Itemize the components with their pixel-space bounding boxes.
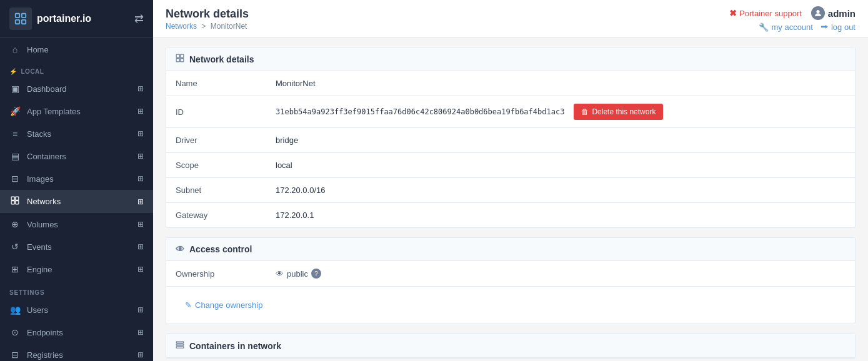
containers-icon: ▤ <box>9 151 21 161</box>
dashboard-nav-icon: ⊞ <box>137 84 144 93</box>
stacks-icon: ≡ <box>9 129 21 139</box>
help-icon[interactable]: ? <box>311 269 321 279</box>
sidebar-item-home[interactable]: ⌂ Home <box>0 38 153 61</box>
trash-icon: 🗑 <box>581 107 589 116</box>
endpoints-icon: ⊙ <box>9 327 21 337</box>
table-row: Gateway 172.20.0.1 <box>166 203 855 228</box>
local-icon: ⚡ <box>9 68 17 75</box>
breadcrumb: Networks > MonitorNet <box>166 22 249 31</box>
top-bar-links: ✖ Portainer support admin <box>729 6 856 20</box>
delete-network-button[interactable]: 🗑 Delete this network <box>574 104 663 120</box>
sidebar-switch-icon[interactable]: ⇄ <box>134 12 144 26</box>
images-nav-icon: ⊞ <box>137 174 144 183</box>
log-out-icon: ⮕ <box>821 22 829 32</box>
log-out-link[interactable]: ⮕ log out <box>821 22 856 32</box>
table-row: Name MonitorNet <box>166 71 855 96</box>
sidebar: portainer.io ⇄ ⌂ Home ⚡ LOCAL ▣ Dashboar… <box>0 0 153 361</box>
sidebar-item-label-dashboard: Dashboard <box>27 84 67 94</box>
table-row: Subnet 172.20.0.0/16 <box>166 178 855 203</box>
network-details-panel-title: Network details <box>189 54 254 64</box>
svg-rect-15 <box>176 347 184 348</box>
table-row: Driver bridge <box>166 128 855 153</box>
sidebar-section-local: ⚡ LOCAL <box>0 61 153 77</box>
sidebar-item-label-volumes: Volumes <box>27 220 58 229</box>
sidebar-item-endpoints[interactable]: ⊙ Endpoints ⊞ <box>0 321 153 344</box>
svg-rect-0 <box>16 14 19 17</box>
app-templates-icon: 🚀 <box>9 106 21 116</box>
network-details-table: Name MonitorNet ID 31ebb54a9a923ff3ef901… <box>166 71 855 227</box>
sidebar-item-stacks[interactable]: ≡ Stacks ⊞ <box>0 122 153 145</box>
account-links: 🔧 my account ⮕ log out <box>759 22 856 32</box>
users-nav-icon: ⊞ <box>137 305 144 314</box>
containers-in-network-icon <box>176 340 184 351</box>
dashboard-icon: ▣ <box>9 84 21 94</box>
edit-icon: ✎ <box>185 300 192 310</box>
sidebar-item-images[interactable]: ⊟ Images ⊞ <box>0 167 153 190</box>
events-icon: ↺ <box>9 242 21 252</box>
table-row: ID 31ebb54a9a923ff3ef9015ffaa76d06c42c80… <box>166 96 855 128</box>
volumes-icon: ⊕ <box>9 219 21 229</box>
change-ownership-row: ✎ Change ownership <box>166 287 855 324</box>
registries-nav-icon: ⊞ <box>137 350 144 359</box>
sidebar-item-app-templates[interactable]: 🚀 App Templates ⊞ <box>0 100 153 122</box>
my-account-link[interactable]: 🔧 my account <box>759 22 812 32</box>
access-control-panel-title: Access control <box>189 244 252 254</box>
subnet-label: Subnet <box>166 178 266 203</box>
access-control-body: Ownership 👁 public ? ✎ Change ownership <box>166 261 855 324</box>
change-ownership-link[interactable]: ✎ Change ownership <box>176 294 272 316</box>
sidebar-item-engine[interactable]: ⊞ Engine ⊞ <box>0 258 153 280</box>
containers-in-network-panel: Containers in network <box>166 334 856 359</box>
engine-nav-icon: ⊞ <box>137 265 144 274</box>
sidebar-logo: portainer.io ⇄ <box>0 0 153 38</box>
ownership-label: Ownership <box>176 269 276 279</box>
sidebar-settings-label: SETTINGS <box>0 280 153 299</box>
access-control-header-icon: 👁 <box>176 244 184 254</box>
sidebar-item-volumes[interactable]: ⊕ Volumes ⊞ <box>0 213 153 235</box>
networks-icon <box>9 196 21 207</box>
admin-avatar-icon <box>811 6 825 20</box>
events-nav-icon: ⊞ <box>137 242 144 251</box>
name-value: MonitorNet <box>266 71 855 96</box>
sidebar-item-label-networks: Networks <box>27 197 61 206</box>
sidebar-item-registries[interactable]: ⊟ Registries ⊞ <box>0 344 153 361</box>
sidebar-item-label-home: Home <box>27 45 49 54</box>
endpoints-nav-icon: ⊞ <box>137 328 144 337</box>
sidebar-item-label-registries: Registries <box>27 350 63 360</box>
svg-rect-5 <box>16 197 19 200</box>
gateway-label: Gateway <box>166 203 266 228</box>
sidebar-item-label-users: Users <box>27 305 48 315</box>
containers-in-network-panel-header: Containers in network <box>166 334 855 358</box>
scope-label: Scope <box>166 153 266 178</box>
breadcrumb-networks[interactable]: Networks <box>166 22 197 31</box>
support-x-icon: ✖ <box>729 8 737 18</box>
network-details-panel-header: Network details <box>166 47 855 71</box>
sidebar-item-events[interactable]: ↺ Events ⊞ <box>0 235 153 258</box>
sidebar-item-users[interactable]: 👥 Users ⊞ <box>0 299 153 321</box>
portainer-support-link[interactable]: ✖ Portainer support <box>729 8 802 18</box>
sidebar-item-label-images: Images <box>27 174 54 184</box>
portainer-logo-icon <box>9 7 32 30</box>
networks-nav-icon: ⊞ <box>137 197 144 206</box>
ownership-row: Ownership 👁 public ? <box>166 261 855 287</box>
driver-value: bridge <box>266 128 855 153</box>
network-details-header-icon <box>176 54 184 64</box>
sidebar-item-networks[interactable]: Networks ⊞ <box>0 190 153 213</box>
svg-rect-9 <box>176 54 179 57</box>
id-value: 31ebb54a9a923ff3ef9015ffaa76d06c42c80692… <box>276 107 564 116</box>
my-account-icon: 🔧 <box>759 22 769 32</box>
admin-label: admin <box>811 6 856 20</box>
svg-rect-3 <box>22 20 26 24</box>
sidebar-item-label-containers: Containers <box>27 152 66 161</box>
svg-point-8 <box>816 10 819 13</box>
sidebar-item-containers[interactable]: ▤ Containers ⊞ <box>0 145 153 167</box>
svg-rect-14 <box>176 344 184 345</box>
gateway-value: 172.20.0.1 <box>266 203 855 228</box>
top-bar-right: ✖ Portainer support admin 🔧 my <box>729 6 856 32</box>
images-icon: ⊟ <box>9 174 21 184</box>
admin-name: admin <box>828 8 856 19</box>
svg-rect-6 <box>11 201 14 204</box>
sidebar-item-dashboard[interactable]: ▣ Dashboard ⊞ <box>0 77 153 100</box>
id-cell: 31ebb54a9a923ff3ef9015ffaa76d06c42c80692… <box>276 104 846 120</box>
containers-in-network-title: Containers in network <box>189 341 281 351</box>
engine-icon: ⊞ <box>9 264 21 274</box>
